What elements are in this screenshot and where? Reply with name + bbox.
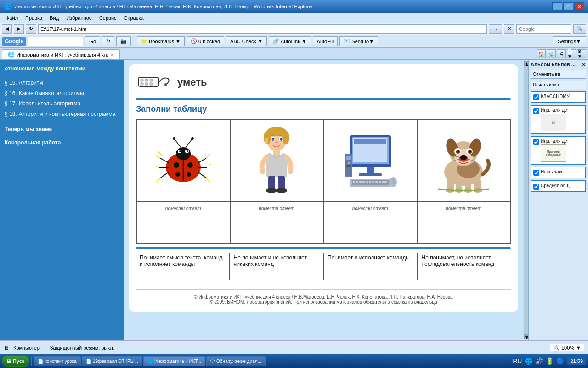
sidebar-item-s16[interactable]: § 16.Какие бывают алгоритмы [5, 88, 119, 99]
table-cell-boy [230, 119, 324, 202]
tools-button[interactable]: ⚙ ▼ [577, 49, 586, 58]
svg-point-18 [187, 150, 188, 152]
svg-point-75 [348, 162, 350, 164]
svg-rect-6 [150, 83, 153, 85]
browser-tab[interactable]: 🌐 Информатика и ИКТ: учебник для 4 класс… [2, 49, 120, 59]
panel-cancel-button[interactable]: Отменить вв [531, 70, 586, 79]
drop-zone-4[interactable]: помести ответ [417, 202, 511, 243]
svg-line-26 [198, 158, 206, 163]
svg-point-22 [191, 137, 194, 140]
panel-item-image-games2: Причины опоздания [541, 144, 566, 162]
autofill-button[interactable]: AutoFill [313, 36, 338, 46]
google-logo: Google [2, 37, 26, 46]
addressbar: ◀ ▶ ↻ → ✕ 🔍 [0, 23, 588, 35]
answer-label-4: Не понимает, но исполняет последовательн… [418, 253, 511, 280]
page-button[interactable]: 📄 ▼ [567, 49, 576, 58]
drop-zone-3[interactable]: помести ответ [323, 202, 417, 243]
sendto-button[interactable]: 📧 Send to▼ [339, 36, 378, 46]
menu-view[interactable]: Вид [46, 14, 62, 22]
panel-print-button[interactable]: Печать клип [531, 80, 586, 89]
detection-icon: 🛡 [210, 359, 215, 364]
sidebar-item-know[interactable]: Теперь мы знаем [5, 124, 119, 135]
go-toolbar-button[interactable]: Go [85, 36, 100, 46]
drop-zone-2[interactable]: помести ответ [230, 202, 324, 243]
svg-rect-74 [346, 156, 351, 160]
taskbar-btn-otkry[interactable]: 📄 19февраля ОТКРЫ... [82, 356, 142, 366]
taskbar-btn-detection[interactable]: 🛡 Обнаружение диал... [206, 356, 266, 366]
menu-favorites[interactable]: Избранное [62, 14, 96, 22]
bookmarks-button[interactable]: ⭐ Bookmarks ▼ [137, 36, 185, 46]
svg-line-28 [198, 172, 206, 178]
close-button[interactable]: ✕ [574, 2, 584, 11]
panel-close-button[interactable]: ✕ [582, 62, 586, 68]
google-search-input[interactable] [28, 37, 83, 46]
scrollbar[interactable]: ▲ ▼ [523, 60, 528, 340]
footer-line-2: © 2009. БИНОМ. Лаборатория знаний. При и… [136, 299, 511, 305]
home-button[interactable]: 🏠 [537, 49, 546, 58]
rss-button[interactable]: 📡 [547, 49, 556, 58]
search-button[interactable]: 🔍 [573, 24, 586, 34]
svg-rect-76 [346, 165, 351, 167]
lang-button[interactable]: RU [513, 357, 522, 365]
sidebar-item-s17[interactable]: § 17.Исполнитель алгоритма [5, 98, 119, 109]
menu-edit[interactable]: Правка [22, 14, 46, 22]
drop-zone-1[interactable]: помести ответ [136, 202, 230, 243]
panel-checkbox-games2[interactable] [533, 139, 539, 145]
page-header: уметь [136, 72, 511, 93]
svg-line-20 [186, 138, 192, 148]
address-input[interactable] [38, 24, 487, 34]
panel-checkbox-ourclass[interactable] [533, 170, 539, 176]
sidebar-item-s15[interactable]: § 15.Алгоритм [5, 78, 119, 88]
sidebar-item-relations[interactable]: отношения между понятиями [5, 63, 119, 74]
start-label: Пуск [13, 358, 24, 364]
svg-rect-64 [362, 181, 365, 183]
camera-button[interactable]: 📷 [116, 36, 131, 46]
page-title: уметь [177, 76, 207, 88]
back-button[interactable]: ◀ [2, 24, 12, 34]
zoom-control[interactable]: 🔍 100% ▼ [550, 344, 584, 351]
menu-help[interactable]: Справка [120, 14, 147, 22]
forward-button[interactable]: ▶ [14, 24, 24, 34]
svg-point-39 [282, 131, 289, 144]
sidebar-item-control[interactable]: Контрольная работа [5, 138, 119, 148]
informatika-label: Информатика и ИКТ... [154, 359, 201, 364]
print-button[interactable]: 🖨 [557, 49, 566, 58]
refresh-toolbar-button[interactable]: ↻ [102, 36, 114, 46]
go-button[interactable]: → [489, 24, 502, 34]
maximize-button[interactable]: □ [563, 2, 573, 11]
tab-close-button[interactable]: ✕ [110, 52, 114, 57]
svg-point-47 [265, 138, 268, 144]
settings-button[interactable]: Settings▼ [553, 36, 586, 46]
start-button[interactable]: ⊞ Пуск [2, 356, 29, 367]
taskbar-btn-konspekt[interactable]: 📄 конспект урока [34, 356, 81, 366]
footer-line-1: © Информатика и ИКТ: учебник для 4 класс… [136, 294, 511, 299]
svg-rect-65 [366, 181, 368, 183]
panel-checkbox-classroom[interactable] [533, 94, 539, 100]
divider-1 [136, 98, 511, 100]
statusbar-separator: | [44, 345, 45, 351]
check-button[interactable]: ABC Check ▼ [226, 36, 267, 46]
panel-item-games1: Игры для дет 🖼 [531, 105, 586, 134]
scroll-up-button[interactable]: ▲ [524, 61, 528, 66]
panel-title: Альбом клипов ... [531, 62, 576, 67]
blocked-button[interactable]: 🚫 0 blocked [187, 36, 224, 46]
menu-file[interactable]: Файл [2, 14, 22, 22]
stop-button[interactable]: ✕ [504, 24, 514, 34]
panel-item-label-games2: Игры для дет [541, 138, 569, 144]
svg-rect-5 [145, 83, 148, 85]
search-input[interactable] [516, 24, 571, 34]
scroll-down-button[interactable]: ▼ [524, 334, 528, 339]
svg-point-88 [469, 150, 471, 152]
volume-icon[interactable]: 🔊 [535, 357, 543, 365]
refresh-button[interactable]: ↻ [26, 24, 36, 34]
menu-tools[interactable]: Сервис [96, 14, 120, 22]
svg-point-51 [266, 188, 277, 193]
svg-rect-4 [141, 83, 143, 85]
panel-checkbox-avgschool[interactable] [533, 184, 539, 190]
network-icon: 🌐 [525, 357, 532, 365]
sidebar-item-s18[interactable]: § 18.Алгоритм и компьютерная программа [5, 109, 119, 120]
autolink-button[interactable]: 🔗 AutoLink ▼ [269, 36, 311, 46]
taskbar-btn-informatika[interactable]: 🌐 Информатика и ИКТ... [143, 356, 205, 366]
minimize-button[interactable]: – [552, 2, 562, 11]
panel-checkbox-games1[interactable] [533, 108, 539, 114]
